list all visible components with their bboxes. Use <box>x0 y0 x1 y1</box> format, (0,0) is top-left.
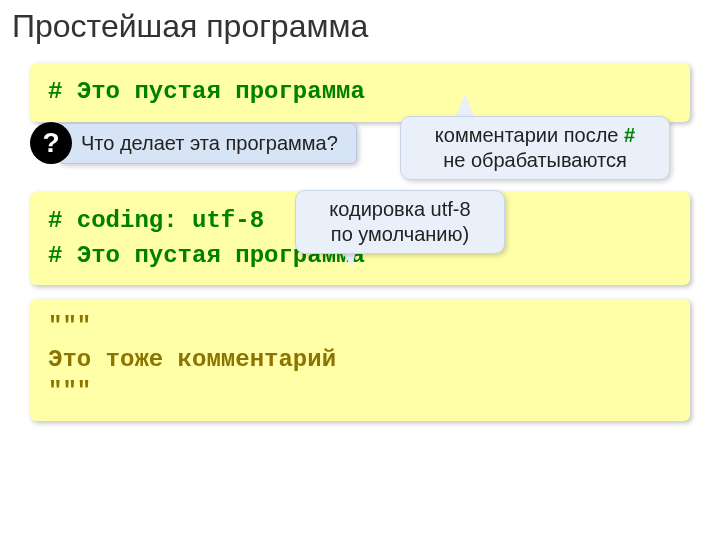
slide-title: Простейшая программа <box>0 0 720 57</box>
code-line: """ <box>48 311 672 343</box>
callout-encoding: кодировка utf-8 по умолчанию) <box>295 190 505 254</box>
question-text: Что делает эта программа? <box>58 123 357 164</box>
callout-line: по умолчанию) <box>331 223 469 245</box>
code-line: """ <box>48 376 672 408</box>
code-block-3: """ Это тоже комментарий """ <box>30 299 690 420</box>
code-line: Это тоже комментарий <box>48 344 672 376</box>
callout-text-suffix: не обрабатываются <box>443 149 627 171</box>
question-mark-icon: ? <box>30 122 72 164</box>
code-block-1: # Это пустая программа <box>30 63 690 122</box>
callout-comments: комментарии после # не обрабатываются <box>400 116 670 180</box>
code-line: # Это пустая программа <box>48 75 672 110</box>
callout-tail-1 <box>455 94 475 118</box>
hash-char: # <box>624 124 635 146</box>
question-callout: ? Что делает эта программа? <box>30 122 357 164</box>
callout-line: кодировка utf-8 <box>329 198 470 220</box>
callout-text-prefix: комментарии после <box>435 124 624 146</box>
